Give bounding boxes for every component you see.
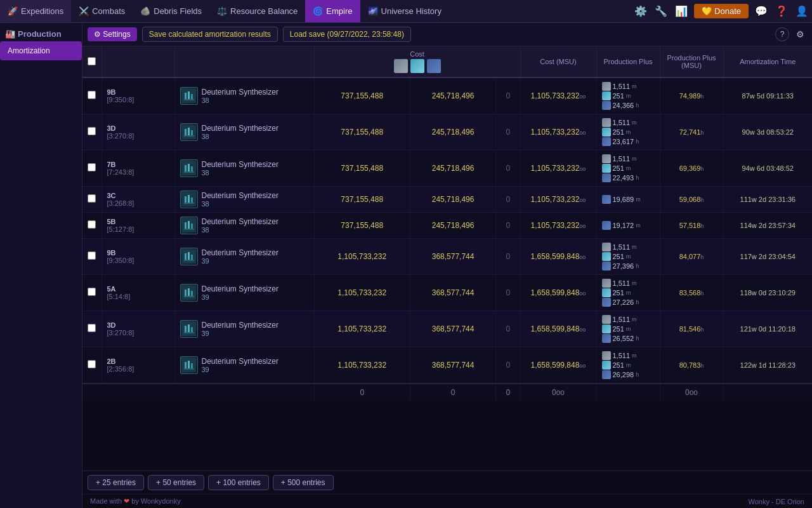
nav-label-expeditions: Expeditions: [21, 6, 63, 16]
footer-r1-total: 0: [314, 384, 410, 401]
row-checkbox-cell[interactable]: [82, 311, 102, 347]
production-icon: 🏭: [5, 29, 15, 39]
row-location: 2B [2:356:8]: [102, 347, 174, 384]
row-building: Deuterium Synthesizer 38: [174, 77, 314, 114]
help-icon-btn[interactable]: ❓: [771, 1, 792, 22]
row-location: 9B [9:350:8]: [102, 239, 174, 275]
prod-metal-icon: [602, 154, 611, 163]
main-content: ⚙ Settings Save calculated amortization …: [82, 23, 812, 508]
nav-item-empire[interactable]: 🌀 Empire: [305, 0, 360, 22]
row-checkbox[interactable]: [88, 127, 96, 135]
row-checkbox-cell[interactable]: [82, 275, 102, 311]
row-checkbox[interactable]: [88, 251, 96, 260]
prod-crystal-icon: [602, 91, 611, 100]
row-prod-plus-msu: 83,568h: [660, 275, 723, 311]
row-checkbox[interactable]: [88, 163, 96, 171]
tools-icon-btn[interactable]: 🔧: [651, 1, 671, 22]
row-checkbox[interactable]: [88, 324, 96, 332]
prod-deut-icon: [602, 298, 611, 307]
svg-rect-2: [188, 91, 190, 99]
svg-rect-9: [184, 135, 194, 137]
row-checkbox-cell[interactable]: [82, 150, 102, 187]
col-header-cost: Cost: [314, 46, 520, 77]
col-header-location: [102, 46, 174, 77]
row-r2: 245,718,496: [410, 213, 495, 239]
footer-cost-msu-total: 0oo: [520, 384, 596, 401]
prod-deut-icon: [602, 262, 611, 271]
row-r2: 245,718,496: [410, 187, 495, 213]
row-checkbox-cell[interactable]: [82, 213, 102, 239]
table-help-button[interactable]: ?: [775, 27, 789, 41]
row-r3: 0: [496, 213, 520, 239]
nav-label-resource-balance: Resource Balance: [230, 6, 298, 16]
spreadsheet-icon-btn[interactable]: 📊: [671, 1, 691, 22]
row-amort-time: 111w 2d 23:31:36: [723, 187, 812, 213]
row-checkbox[interactable]: [88, 194, 96, 203]
load-100-button[interactable]: + 100 entries: [208, 475, 269, 490]
row-r1: 737,155,488: [314, 150, 410, 187]
row-amort-time: 87w 5d 09:11:33: [723, 77, 812, 114]
row-r1: 1,105,733,232: [314, 311, 410, 347]
donate-button[interactable]: 💛 Donate: [694, 4, 749, 18]
table-row: 3D [3:270:8] Deuterium Synthesizer 38: [82, 114, 812, 150]
svg-rect-8: [191, 130, 193, 135]
nav-item-universe-history[interactable]: 🌌 Universe History: [360, 0, 449, 22]
svg-rect-42: [188, 361, 190, 368]
row-checkbox-cell[interactable]: [82, 114, 102, 150]
row-checkbox[interactable]: [88, 91, 96, 99]
row-prod-plus-msu: 80,783h: [660, 347, 723, 384]
table-settings-button[interactable]: ⚙: [793, 27, 807, 41]
nav-item-combats[interactable]: ⚔️ Combats: [71, 0, 133, 22]
prod-metal-icon: [602, 279, 611, 288]
profile-icon-btn[interactable]: 👤: [792, 1, 812, 22]
deut-cost-icon: [427, 59, 441, 73]
prod-metal-icon: [602, 351, 611, 360]
prod-deut-icon: [602, 195, 611, 204]
row-r1: 1,105,733,232: [314, 239, 410, 275]
row-building: Deuterium Synthesizer 38: [174, 114, 314, 150]
row-checkbox[interactable]: [88, 220, 96, 229]
row-prod-plus: 1,511m 251m 27,396h: [596, 239, 660, 275]
row-amort-time: 114w 2d 23:57:34: [723, 213, 812, 239]
svg-rect-32: [188, 288, 190, 296]
save-amortization-button[interactable]: Save calculated amortization results: [142, 27, 278, 42]
discord-icon-btn[interactable]: 💬: [751, 1, 771, 22]
row-checkbox-cell[interactable]: [82, 187, 102, 213]
col-header-building: [174, 46, 314, 77]
settings-button[interactable]: ⚙ Settings: [88, 27, 137, 41]
nav-item-expeditions[interactable]: 🚀 Expeditions: [0, 0, 71, 22]
settings-icon-btn[interactable]: ⚙️: [631, 1, 651, 22]
row-checkbox-cell[interactable]: [82, 347, 102, 384]
load-50-button[interactable]: + 50 entries: [148, 475, 204, 490]
row-location: 3D [3:270:8]: [102, 311, 174, 347]
table-row: 9B [9:350:8] Deuterium Synthesizer 38: [82, 77, 812, 114]
svg-rect-24: [184, 229, 194, 230]
row-prod-plus-msu: 59,068h: [660, 187, 723, 213]
donate-label: Donate: [714, 6, 741, 16]
nav-item-resource-balance[interactable]: ⚖️ Resource Balance: [209, 0, 305, 22]
building-thumbnail: [180, 123, 198, 141]
row-checkbox[interactable]: [88, 360, 96, 368]
svg-rect-36: [185, 326, 187, 332]
row-building: Deuterium Synthesizer 39: [174, 311, 314, 347]
row-checkbox-cell[interactable]: [82, 77, 102, 114]
building-thumbnail: [180, 190, 198, 208]
load-500-button[interactable]: + 500 entries: [273, 475, 334, 490]
row-cost-msu: 1,658,599,848oo: [520, 347, 596, 384]
row-checkbox[interactable]: [88, 288, 96, 296]
sidebar-item-amortization[interactable]: Amortization: [0, 41, 82, 60]
svg-rect-31: [185, 290, 187, 296]
row-checkbox-cell[interactable]: [82, 239, 102, 275]
select-all-checkbox[interactable]: [88, 57, 96, 65]
load-25-button[interactable]: + 25 entries: [88, 475, 144, 490]
row-r2: 245,718,496: [410, 150, 495, 187]
load-save-button[interactable]: Load save (09/27/2022, 23:58:48): [283, 27, 411, 42]
svg-rect-44: [184, 368, 194, 370]
col-header-prod-plus: Production Plus: [596, 46, 660, 77]
row-r3: 0: [496, 187, 520, 213]
building-thumbnail: [180, 248, 198, 265]
row-cost-msu: 1,105,733,232oo: [520, 150, 596, 187]
nav-item-debris[interactable]: 🪨 Debris Fields: [133, 0, 209, 22]
row-amort-time: 117w 2d 23:04:54: [723, 239, 812, 275]
row-building: Deuterium Synthesizer 39: [174, 239, 314, 275]
